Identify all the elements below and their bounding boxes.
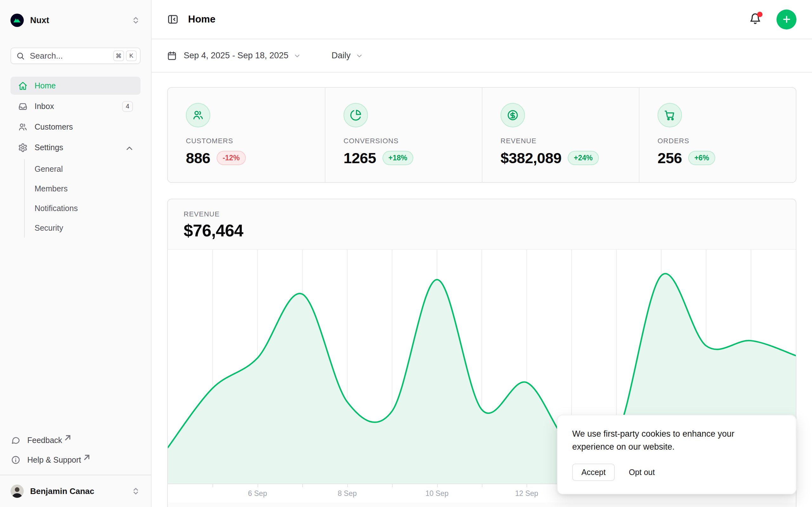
sidebar-item-notifications[interactable]: Notifications xyxy=(35,199,141,218)
chevron-down-icon xyxy=(293,52,301,60)
date-range-value: Sep 4, 2025 - Sep 18, 2025 xyxy=(184,51,288,60)
panel-collapse-icon xyxy=(167,14,179,25)
stat-orders[interactable]: ORDERS 256 +6% xyxy=(639,88,796,182)
sidebar-item-security[interactable]: Security xyxy=(35,218,141,238)
chevron-up-icon xyxy=(125,144,133,152)
date-range-picker[interactable]: Sep 4, 2025 - Sep 18, 2025 xyxy=(167,51,301,60)
plus-icon xyxy=(781,14,792,24)
sidebar-item-customers[interactable]: Customers xyxy=(10,118,141,136)
stat-label: REVENUE xyxy=(501,137,639,145)
arrow-up-right-icon xyxy=(82,453,91,462)
search-placeholder: Search... xyxy=(30,51,111,61)
x-axis-label: 12 Sep xyxy=(515,489,538,498)
home-icon xyxy=(18,81,28,91)
kbd-command: ⌘ xyxy=(113,50,124,61)
inbox-icon xyxy=(18,102,28,111)
chevron-up-down-icon[interactable] xyxy=(131,487,141,496)
x-axis-tick xyxy=(526,484,527,487)
cookie-message: We use first-party cookies to enhance yo… xyxy=(572,428,772,453)
filter-toolbar: Sep 4, 2025 - Sep 18, 2025 Daily xyxy=(152,39,812,72)
x-axis-label: 10 Sep xyxy=(425,489,449,498)
stat-delta-badge: +24% xyxy=(568,151,599,165)
user-avatar xyxy=(10,485,24,498)
sidebar-item-label: Customers xyxy=(35,122,133,131)
stat-label: CONVERSIONS xyxy=(344,137,482,145)
kbd-k: K xyxy=(126,50,137,61)
sidebar-item-label: Home xyxy=(35,81,133,90)
pie-chart-icon xyxy=(344,103,368,127)
cart-icon xyxy=(658,103,682,127)
x-axis-label: 8 Sep xyxy=(338,489,357,498)
feedback-label: Feedback xyxy=(27,436,62,445)
stat-label: ORDERS xyxy=(658,137,796,145)
user-menu[interactable]: Benjamin Canac xyxy=(10,475,141,507)
users-icon xyxy=(18,122,28,132)
x-axis-tick xyxy=(437,484,438,487)
chevron-up-down-icon[interactable] xyxy=(131,15,141,25)
sidebar-collapse-button[interactable] xyxy=(167,14,179,25)
stat-customers[interactable]: CUSTOMERS 886 -12% xyxy=(168,88,325,182)
notifications-button[interactable] xyxy=(749,13,761,26)
brand-name: Nuxt xyxy=(30,15,131,25)
sidebar-item-label: Inbox xyxy=(35,102,122,111)
calendar-icon xyxy=(167,51,177,60)
x-axis-tick xyxy=(258,484,258,487)
help-support-label: Help & Support xyxy=(27,455,81,464)
sidebar-item-home[interactable]: Home xyxy=(10,77,141,95)
team-switcher[interactable]: Nuxt xyxy=(10,7,141,34)
stat-value: 886 xyxy=(186,149,210,167)
stat-delta-badge: -12% xyxy=(217,151,246,165)
sidebar-item-general[interactable]: General xyxy=(35,159,141,179)
stat-value: $382,089 xyxy=(501,149,561,167)
notification-dot xyxy=(757,12,763,17)
stat-revenue[interactable]: REVENUE $382,089 +24% xyxy=(482,88,639,182)
sidebar-nav: Home Inbox 4 Customers Settings General xyxy=(10,77,141,239)
add-button[interactable] xyxy=(776,9,797,30)
x-axis-tick xyxy=(302,484,303,487)
stats-row: CUSTOMERS 886 -12% CONVERSIONS 1265 +18% xyxy=(167,87,797,183)
chart-header: REVENUE $76,464 xyxy=(168,199,796,249)
dollar-circle-icon xyxy=(501,103,525,127)
nuxt-logo-icon xyxy=(10,14,24,27)
sidebar-item-inbox[interactable]: Inbox 4 xyxy=(10,97,141,115)
x-axis-tick xyxy=(347,484,348,487)
main-area: Home Sep 4, 2025 - Sep 18, 2025 Daily xyxy=(152,0,812,507)
stat-label: CUSTOMERS xyxy=(186,137,325,145)
chart-total: $76,464 xyxy=(184,221,780,240)
message-bubble-icon xyxy=(11,436,20,445)
page-header: Home xyxy=(152,0,812,39)
x-axis-tick xyxy=(482,484,483,487)
stat-value: 256 xyxy=(658,149,682,167)
gear-icon xyxy=(18,143,28,153)
search-input[interactable]: Search... ⌘ K xyxy=(10,48,141,64)
users-stat-icon xyxy=(186,103,210,127)
help-support-link[interactable]: Help & Support xyxy=(10,450,141,469)
sidebar: Nuxt Search... ⌘ K Home Inbox 4 Cust xyxy=(0,0,152,507)
sidebar-item-members[interactable]: Members xyxy=(35,179,141,199)
x-axis-tick xyxy=(392,484,393,487)
stat-delta-badge: +6% xyxy=(688,151,715,165)
sidebar-item-settings[interactable]: Settings xyxy=(10,138,141,157)
app-window: Nuxt Search... ⌘ K Home Inbox 4 Cust xyxy=(0,0,812,507)
settings-submenu: General Members Notifications Security xyxy=(24,159,141,238)
info-circle-icon xyxy=(11,455,20,464)
granularity-select[interactable]: Daily xyxy=(332,51,363,60)
granularity-value: Daily xyxy=(332,51,351,60)
sidebar-footer: Feedback Help & Support Benjamin Canac xyxy=(10,430,141,507)
x-axis-label: 6 Sep xyxy=(248,489,267,498)
chevron-down-icon xyxy=(356,52,363,60)
x-axis-tick xyxy=(212,484,213,487)
sidebar-item-label: Settings xyxy=(35,143,125,152)
accept-button[interactable]: Accept xyxy=(572,464,615,481)
page-title: Home xyxy=(188,14,749,25)
feedback-link[interactable]: Feedback xyxy=(10,430,141,450)
chart-label: REVENUE xyxy=(184,210,780,218)
cookie-banner: We use first-party cookies to enhance yo… xyxy=(557,415,797,494)
user-name: Benjamin Canac xyxy=(30,487,131,496)
stat-delta-badge: +18% xyxy=(383,151,413,165)
opt-out-button[interactable]: Opt out xyxy=(629,468,655,477)
inbox-count-badge: 4 xyxy=(122,101,133,112)
arrow-up-right-icon xyxy=(63,433,72,442)
stat-conversions[interactable]: CONVERSIONS 1265 +18% xyxy=(325,88,482,182)
search-icon xyxy=(16,52,25,60)
